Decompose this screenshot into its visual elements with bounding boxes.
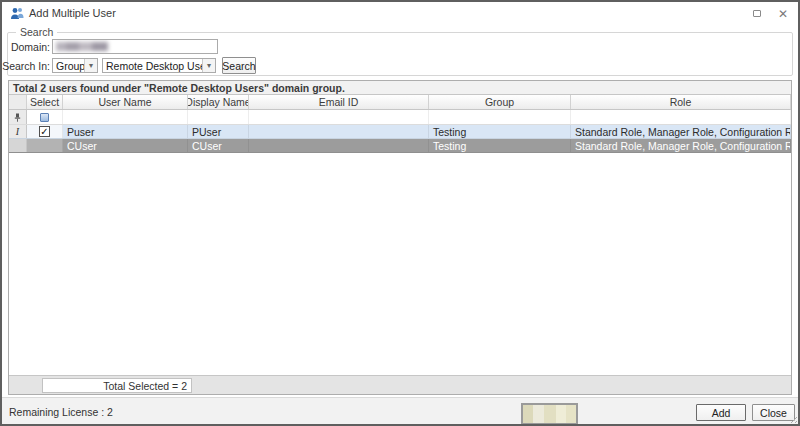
restore-icon [753,10,761,17]
close-window-button[interactable]: ✕ [774,5,792,22]
column-header-role[interactable]: Role [571,95,791,109]
grid-footer: Total Selected = 2 [9,375,791,394]
row-indicator-cell [9,139,27,152]
user-name-cell[interactable]: CUser [63,139,188,152]
search-scope-value: Group [53,60,84,72]
search-in-label: Search In: [2,60,50,72]
filter-row-header [9,110,27,124]
total-selected-summary: Total Selected = 2 [42,378,192,393]
remaining-license-label: Remaining License : 2 [9,406,113,418]
search-target-value: Remote Desktop Users [103,60,202,72]
grid-header-row: Select User Name Display Name Email ID G… [9,95,791,110]
column-header-display-name[interactable]: Display Name [188,95,249,109]
dialog-footer: Remaining License : 2 Add Close [2,397,798,424]
group-cell[interactable]: Testing [429,125,571,138]
chevron-down-icon[interactable]: ▾ [202,59,215,72]
filter-role-cell[interactable] [571,110,791,124]
grid-caption: Total 2 users found under "Remote Deskto… [9,81,791,95]
filter-group-cell[interactable] [429,110,571,124]
domain-redacted-value [56,42,108,51]
search-button[interactable]: Search [222,57,256,74]
email-id-cell[interactable] [249,125,429,138]
add-multiple-user-dialog: Add Multiple User ✕ Search Domain: Searc… [0,0,800,426]
domain-label: Domain: [6,41,50,53]
add-button[interactable]: Add [696,404,746,421]
role-cell[interactable]: Standard Role, Manager Role, Configurati… [571,139,791,152]
row-header-corner [9,95,27,109]
display-name-cell[interactable]: PUser [188,125,249,138]
display-name-cell[interactable]: CUser [188,139,249,152]
row-edit-indicator-icon: I [16,126,19,137]
filter-user-name-cell[interactable] [63,110,188,124]
domain-input[interactable] [52,39,218,54]
select-cell[interactable] [27,139,63,152]
window-title: Add Multiple User [29,7,116,19]
users-icon [10,7,24,20]
filter-select-cell[interactable] [27,110,63,124]
search-group: Search Domain: Search In: Group ▾ Remote… [7,32,793,76]
role-cell[interactable]: Standard Role, Manager Role, Configurati… [571,125,791,138]
search-target-select[interactable]: Remote Desktop Users ▾ [102,58,216,73]
grid-filter-row [9,110,791,125]
column-header-email-id[interactable]: Email ID [249,95,429,109]
group-cell[interactable]: Testing [429,139,571,152]
row-indicator-cell: I [9,125,27,138]
search-group-label: Search [16,26,57,38]
chevron-down-icon[interactable]: ▾ [84,59,97,72]
redacted-logo-image [521,403,578,425]
user-name-cell[interactable]: Puser [63,125,188,138]
column-header-user-name[interactable]: User Name [63,95,188,109]
email-id-cell[interactable] [249,139,429,152]
restore-window-button[interactable] [748,5,766,22]
pin-icon [14,113,21,122]
grid-empty-area [9,153,791,375]
table-row[interactable]: I ✓ Puser PUser Testing Standard Role, M… [9,125,791,139]
close-button[interactable]: Close [752,404,795,421]
column-header-group[interactable]: Group [429,95,571,109]
filter-email-id-cell[interactable] [249,110,429,124]
title-bar: Add Multiple User ✕ [2,2,798,26]
column-header-select[interactable]: Select [27,95,63,109]
checkbox-filter-icon [40,113,49,122]
row-checkbox-checked[interactable]: ✓ [39,126,50,137]
select-cell[interactable]: ✓ [27,125,63,138]
search-scope-select[interactable]: Group ▾ [52,58,98,73]
table-row[interactable]: CUser CUser Testing Standard Role, Manag… [9,139,791,153]
filter-display-name-cell[interactable] [188,110,249,124]
users-grid: Total 2 users found under "Remote Deskto… [8,80,792,395]
